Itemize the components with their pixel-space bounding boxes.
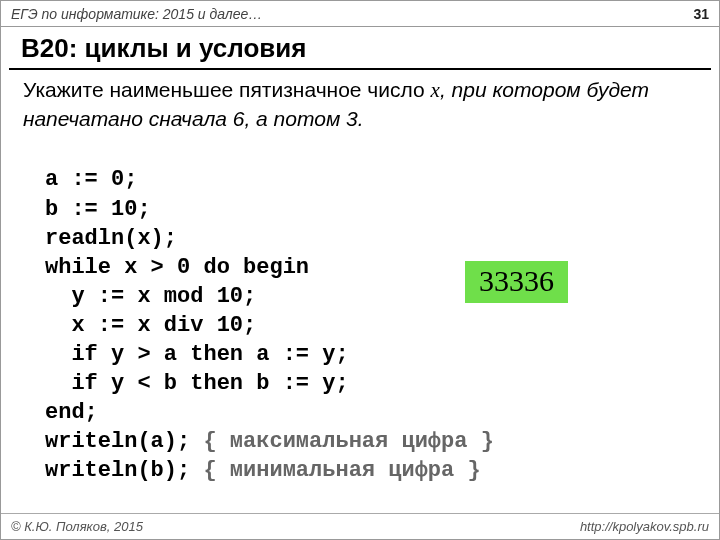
code-comment: { минимальная цифра }: [203, 458, 480, 483]
code-line: writeln(b);: [45, 458, 203, 483]
code-line: end;: [45, 400, 98, 425]
code-block: a := 0; b := 10; readln(x); while x > 0 …: [45, 136, 705, 540]
code-line: readln(x);: [45, 226, 177, 251]
page-number: 31: [693, 6, 709, 22]
code-line: writeln(a);: [45, 429, 203, 454]
slide-footer: © К.Ю. Поляков, 2015 http://kpolyakov.sp…: [1, 513, 719, 539]
page-title: B20: циклы и условия: [9, 27, 711, 70]
slide: ЕГЭ по информатике: 2015 и далее… 31 B20…: [0, 0, 720, 540]
code-comment: { максимальная цифра }: [203, 429, 493, 454]
footer-url: http://kpolyakov.spb.ru: [580, 519, 709, 534]
header-subject: ЕГЭ по информатике: 2015 и далее…: [11, 6, 262, 22]
code-line: while x > 0 do begin: [45, 255, 309, 280]
code-line: b := 10;: [45, 197, 151, 222]
task-pre: Укажите наименьшее пятизначное число: [23, 78, 431, 101]
code-line: if y > a then a := y;: [45, 342, 349, 367]
task-var: x: [431, 78, 440, 102]
code-line: a := 0;: [45, 167, 137, 192]
code-line: x := x div 10;: [45, 313, 256, 338]
task-text: Укажите наименьшее пятизначное число x, …: [23, 76, 705, 132]
code-line: y := x mod 10;: [45, 284, 256, 309]
slide-header: ЕГЭ по информатике: 2015 и далее… 31: [1, 1, 719, 27]
content: Укажите наименьшее пятизначное число x, …: [1, 70, 719, 540]
answer-box: 33336: [465, 261, 568, 303]
copyright: © К.Ю. Поляков, 2015: [11, 519, 143, 534]
code-line: if y < b then b := y;: [45, 371, 349, 396]
